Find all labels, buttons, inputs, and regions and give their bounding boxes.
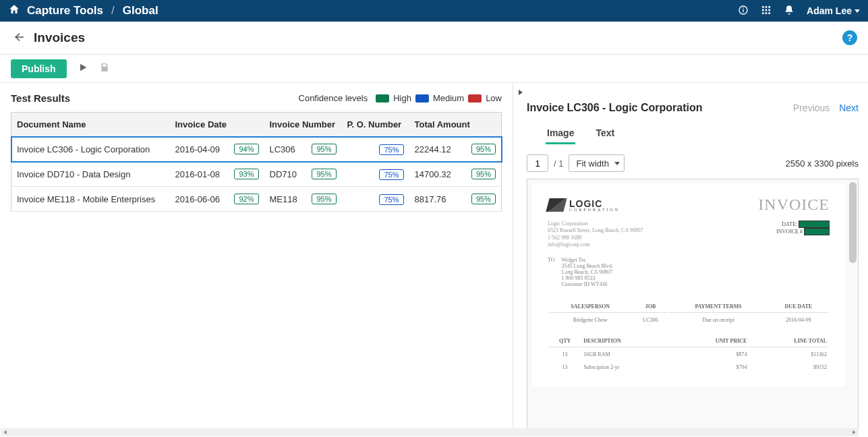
table-row[interactable]: Invoice LC306 - Logic Corporation 2016-0… <box>11 137 502 162</box>
document-viewer[interactable]: LOGIC CORPORATION INVOICE Logic Corporat… <box>527 179 859 429</box>
zoom-select[interactable]: Fit width <box>569 154 624 172</box>
th-unit: UNIT PRICE <box>672 335 748 347</box>
col-document-name[interactable]: Document Name <box>11 113 170 137</box>
swatch-medium <box>415 94 429 103</box>
scrollbar-thumb[interactable] <box>849 182 857 263</box>
help-icon[interactable]: ? <box>842 30 857 45</box>
cell-total: 14700.32 <box>415 169 451 179</box>
play-icon[interactable] <box>78 62 88 75</box>
results-table: Document Name Invoice Date Invoice Numbe… <box>11 112 502 212</box>
caret-down-icon <box>614 162 620 165</box>
confidence-badge: 95% <box>312 144 336 154</box>
app-name: Capture Tools <box>27 4 103 18</box>
breadcrumb-section[interactable]: Global <box>123 4 158 18</box>
svg-rect-8 <box>768 9 770 11</box>
th-salesperson: SALESPERSON <box>549 301 631 313</box>
confidence-legend: Confidence levels High Medium Low <box>299 93 502 103</box>
expand-icon[interactable] <box>517 87 524 98</box>
invoice-heading: INVOICE <box>758 196 830 214</box>
col-invoice-number[interactable]: Invoice Number <box>264 113 342 137</box>
confidence-badge: 95% <box>312 169 336 179</box>
cell-date: 2016-01-08 <box>175 169 221 179</box>
confidence-badge: 92% <box>234 194 258 204</box>
to-addr1: 3545 Long Beach Blvd. <box>562 263 613 269</box>
logo-mark <box>546 198 567 212</box>
horizontal-scrollbar[interactable] <box>1 428 859 436</box>
svg-rect-1 <box>743 9 743 12</box>
td-qty: 13 <box>549 349 581 360</box>
preview-title: Invoice LC306 - Logic Corporation <box>527 102 702 114</box>
to-cust: Customer ID WT436 <box>562 281 613 287</box>
confidence-badge: 75% <box>379 144 403 155</box>
cell-invnum: LC306 <box>270 144 295 154</box>
confidence-badge: 94% <box>234 144 258 154</box>
td-desc: Subsciption 2-yr <box>582 361 671 373</box>
page-total: / 1 <box>554 158 563 169</box>
image-dimensions: 2550 x 3300 pixels <box>786 158 859 169</box>
publish-button[interactable]: Publish <box>11 59 67 78</box>
to-phone: 1 800 985 8533 <box>562 275 613 281</box>
confidence-badge: 95% <box>471 169 496 179</box>
td-terms: Due on receipt <box>669 314 767 326</box>
preview-tabs: Image Text <box>527 123 859 145</box>
table-row[interactable]: Invoice DD710 - Data Design 2016-01-0893… <box>11 162 502 187</box>
user-menu[interactable]: Adam Lee <box>807 5 860 16</box>
td-line: $11362 <box>749 349 828 360</box>
td-unit: $704 <box>672 361 748 373</box>
cell-docname: Invoice LC306 - Logic Corporation <box>11 137 170 162</box>
user-name: Adam Lee <box>807 5 852 16</box>
back-line <box>11 30 24 46</box>
scroll-left-icon[interactable] <box>1 428 10 436</box>
invnum-highlight: xxxxx <box>804 228 830 235</box>
svg-rect-3 <box>762 6 764 8</box>
th-line: LINE TOTAL <box>749 335 828 347</box>
invoice-summary-table: SALESPERSONJOBPAYMENT TERMSDUE DATE Brid… <box>548 299 830 327</box>
th-due: DUE DATE <box>769 301 828 313</box>
zoom-value: Fit width <box>576 158 608 169</box>
th-desc: DESCRIPTION <box>582 335 671 347</box>
td-qty: 13 <box>549 361 581 373</box>
bell-icon[interactable] <box>784 5 794 18</box>
svg-rect-2 <box>743 7 743 8</box>
td-salesperson: Bridgette Chow <box>549 314 631 326</box>
col-po-number[interactable]: P. O. Number <box>342 113 409 137</box>
cell-date: 2016-04-09 <box>175 144 221 154</box>
td-unit: $874 <box>672 349 748 360</box>
col-invoice-date[interactable]: Invoice Date <box>170 113 264 137</box>
page-input[interactable] <box>527 154 548 172</box>
svg-rect-4 <box>765 6 768 8</box>
svg-rect-10 <box>765 12 768 14</box>
top-bar: Capture Tools / Global Adam Lee <box>0 0 868 22</box>
home-icon[interactable] <box>8 3 20 19</box>
company-addr: 6523 Russell Street, Long Beach, CA 9080… <box>548 227 643 234</box>
apps-grid-icon[interactable] <box>761 5 772 18</box>
td-job: LC306 <box>633 314 668 326</box>
svg-rect-6 <box>762 9 764 11</box>
confidence-badge: 75% <box>379 194 403 205</box>
to-name: Widget Tec <box>562 257 613 263</box>
next-link[interactable]: Next <box>839 103 859 113</box>
prev-link: Previous <box>793 103 830 113</box>
legend-label: Confidence levels <box>299 93 368 103</box>
page-title: Invoices <box>34 30 85 45</box>
svg-rect-11 <box>768 12 770 14</box>
confidence-badge: 95% <box>471 144 496 154</box>
swatch-low <box>468 94 482 103</box>
save-icon <box>99 62 110 75</box>
table-row[interactable]: Invoice ME118 - Mobile Enterprises 2016-… <box>11 187 502 212</box>
to-label: TO <box>548 257 555 287</box>
tab-text[interactable]: Text <box>594 123 616 144</box>
col-total-amount[interactable]: Total Amount <box>409 113 502 137</box>
tab-image[interactable]: Image <box>546 123 575 144</box>
th-job: JOB <box>633 301 668 313</box>
svg-rect-5 <box>768 6 770 8</box>
scroll-right-icon[interactable] <box>849 428 859 436</box>
preview-pane: Invoice LC306 - Logic Corporation Previo… <box>513 83 868 429</box>
legend-low: Low <box>486 93 502 103</box>
invnum-label: INVOICE # <box>776 229 803 235</box>
company-name: Logic Corporation <box>548 221 643 227</box>
info-icon[interactable] <box>738 5 749 18</box>
swatch-high <box>376 94 389 103</box>
td-due: 2016-04-09 <box>769 314 828 326</box>
legend-high: High <box>393 93 411 103</box>
